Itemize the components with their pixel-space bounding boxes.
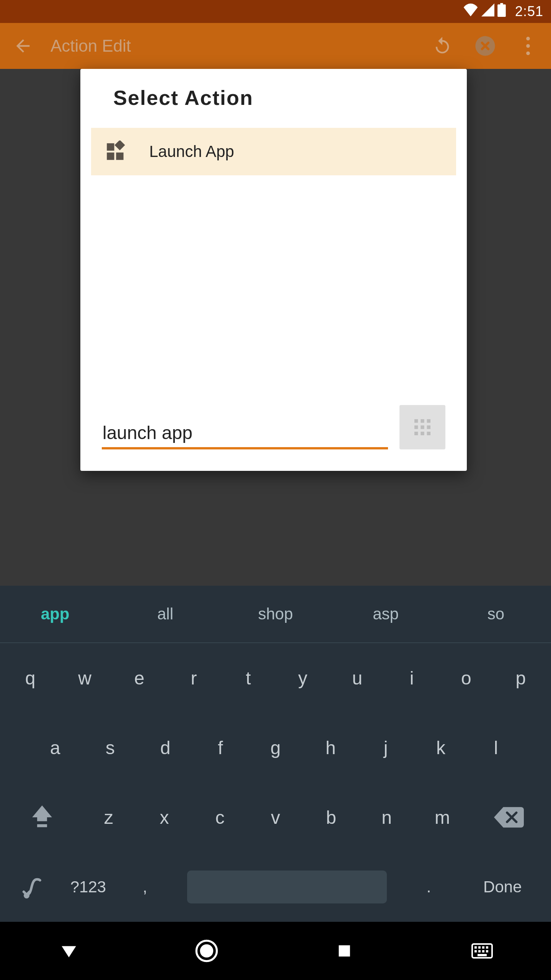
key-gesture[interactable] (3, 852, 60, 922)
app-bar-title: Action Edit (51, 36, 432, 56)
suggestion-1[interactable]: app (0, 586, 110, 642)
select-action-dialog: Select Action Launch App (80, 69, 467, 471)
battery-icon (497, 3, 506, 20)
svg-rect-21 (339, 945, 350, 956)
svg-rect-24 (478, 946, 481, 949)
svg-point-2 (526, 44, 530, 48)
svg-point-3 (526, 51, 530, 55)
key-a[interactable]: a (28, 713, 83, 782)
nav-home-button[interactable] (191, 936, 222, 966)
status-time: 2:51 (515, 3, 543, 20)
category-grid-button[interactable] (399, 405, 445, 449)
key-n[interactable]: n (359, 782, 414, 852)
key-t[interactable]: t (221, 643, 276, 713)
key-m[interactable]: m (414, 782, 470, 852)
svg-rect-4 (107, 143, 114, 150)
svg-rect-26 (486, 946, 488, 949)
svg-rect-29 (482, 950, 484, 952)
app-bar: Action Edit (0, 23, 551, 69)
svg-rect-6 (116, 152, 123, 160)
key-k[interactable]: k (413, 713, 468, 782)
key-shift[interactable] (3, 782, 81, 852)
svg-rect-31 (478, 954, 487, 956)
content-area: Select Action Launch App (0, 69, 551, 586)
key-y[interactable]: y (276, 643, 330, 713)
suggestion-5[interactable]: so (441, 586, 551, 642)
suggestion-4[interactable]: asp (331, 586, 441, 642)
key-spacebar[interactable] (173, 852, 400, 922)
svg-rect-30 (486, 950, 488, 952)
svg-point-18 (24, 893, 29, 898)
key-p[interactable]: p (494, 643, 548, 713)
svg-rect-12 (421, 425, 424, 429)
svg-rect-25 (482, 946, 484, 949)
back-button[interactable] (12, 35, 34, 57)
filter-input[interactable] (102, 419, 388, 449)
cellular-icon (481, 3, 494, 20)
svg-rect-7 (114, 140, 125, 150)
key-i[interactable]: i (385, 643, 439, 713)
key-j[interactable]: j (358, 713, 413, 782)
dialog-title: Select Action (113, 86, 445, 109)
key-e[interactable]: e (112, 643, 166, 713)
key-d[interactable]: d (138, 713, 193, 782)
svg-rect-17 (37, 824, 47, 827)
key-symbols[interactable]: ?123 (60, 852, 116, 922)
key-w[interactable]: w (57, 643, 112, 713)
filter-input-wrap (102, 419, 388, 449)
key-row-2: a s d f g h j k l (0, 713, 551, 782)
key-comma[interactable]: , (117, 852, 173, 922)
undo-icon[interactable] (432, 35, 453, 57)
widgets-icon (102, 138, 129, 165)
key-o[interactable]: o (439, 643, 493, 713)
svg-rect-23 (474, 946, 477, 949)
action-result-item[interactable]: Launch App (91, 128, 456, 175)
navigation-bar (0, 922, 551, 980)
suggestion-2[interactable]: all (110, 586, 220, 642)
svg-rect-11 (414, 425, 418, 429)
key-z[interactable]: z (81, 782, 136, 852)
key-v[interactable]: v (248, 782, 303, 852)
svg-rect-9 (421, 419, 424, 423)
key-q[interactable]: q (3, 643, 57, 713)
key-g[interactable]: g (248, 713, 303, 782)
status-bar: 2:51 (0, 0, 551, 23)
svg-rect-13 (427, 425, 430, 429)
suggestion-3[interactable]: shop (220, 586, 331, 642)
svg-rect-8 (414, 419, 418, 423)
key-b[interactable]: b (303, 782, 359, 852)
key-done[interactable]: Done (457, 852, 548, 922)
key-u[interactable]: u (330, 643, 384, 713)
nav-back-button[interactable] (54, 936, 84, 966)
status-icons (463, 3, 506, 20)
cancel-icon[interactable] (474, 35, 496, 57)
svg-rect-28 (478, 950, 481, 952)
key-row-1: q w e r t y u i o p (0, 643, 551, 713)
svg-rect-16 (427, 432, 430, 435)
nav-recents-button[interactable] (329, 936, 360, 966)
svg-rect-10 (427, 419, 430, 423)
svg-rect-15 (421, 432, 424, 435)
key-h[interactable]: h (303, 713, 358, 782)
key-backspace[interactable] (470, 782, 548, 852)
svg-rect-27 (474, 950, 477, 952)
key-c[interactable]: c (192, 782, 248, 852)
key-l[interactable]: l (468, 713, 523, 782)
key-x[interactable]: x (137, 782, 192, 852)
soft-keyboard: app all shop asp so q w e r t y u i o p … (0, 586, 551, 922)
suggestion-row: app all shop asp so (0, 586, 551, 642)
nav-ime-switch-button[interactable] (467, 936, 497, 966)
key-r[interactable]: r (166, 643, 221, 713)
key-row-4: ?123 , . Done (0, 852, 551, 922)
overflow-menu-icon[interactable] (517, 35, 539, 57)
svg-point-1 (526, 37, 530, 41)
action-result-label: Launch App (149, 142, 234, 161)
key-s[interactable]: s (83, 713, 138, 782)
wifi-icon (463, 3, 478, 20)
svg-point-20 (200, 944, 214, 958)
key-period[interactable]: . (400, 852, 457, 922)
svg-rect-14 (414, 432, 418, 435)
key-f[interactable]: f (193, 713, 248, 782)
key-row-3: z x c v b n m (0, 782, 551, 852)
svg-rect-5 (107, 152, 114, 160)
